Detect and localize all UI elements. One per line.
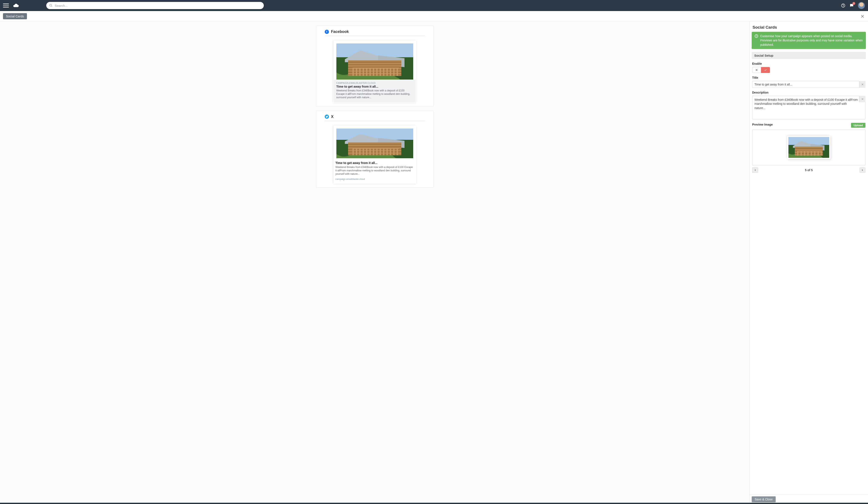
twitter-icon: [325, 115, 329, 119]
close-icon[interactable]: [860, 14, 865, 19]
facebook-header: f Facebook: [325, 30, 425, 36]
page-pill: Social Cards: [3, 13, 27, 19]
upload-button[interactable]: Upload: [851, 123, 866, 128]
x-header: X: [325, 115, 425, 121]
save-close-button[interactable]: Save & Close: [752, 496, 776, 502]
title-input[interactable]: [752, 81, 866, 88]
menu-icon[interactable]: [3, 2, 9, 9]
description-field: Description: [752, 91, 866, 120]
facebook-domain: CAMPAIGN.EMAILBLASTER.CLOUD: [337, 82, 413, 84]
x-label: X: [331, 115, 334, 119]
image-pager: 5 of 5: [752, 167, 866, 173]
notification-badge: 0: [852, 2, 855, 5]
facebook-caption: CAMPAIGN.EMAILBLASTER.CLOUD Time to get …: [334, 80, 416, 102]
pager-prev-button[interactable]: [752, 167, 758, 173]
x-description: Weekend Breaks from £340Book now with a …: [335, 166, 414, 176]
topbar-right: 0: [841, 2, 865, 9]
x-preview-card: X Time to get away from it all... Weeken…: [316, 111, 434, 188]
description-input[interactable]: [752, 96, 866, 119]
pager-next-button[interactable]: [859, 167, 866, 173]
facebook-label: Facebook: [331, 30, 349, 34]
x-image: [334, 126, 416, 158]
info-text: Customise how your campaign appears when…: [760, 34, 863, 47]
facebook-description: Weekend Breaks from £340Book now with a …: [337, 89, 413, 99]
help-icon[interactable]: [841, 3, 846, 8]
panel-heading: Social Cards: [753, 25, 865, 30]
main-layout: f Facebook CAMPAIGN.EMAILBLASTER.CLOUD T…: [0, 22, 868, 504]
cabin-image: [788, 137, 829, 158]
info-alert: i Customise how your campaign appears wh…: [752, 32, 866, 49]
x-domain: campaign.emailblaster.cloud: [335, 178, 414, 180]
search-wrap: [46, 2, 264, 9]
preview-thumbnail[interactable]: [787, 136, 830, 159]
enable-field: Enable: [752, 62, 866, 73]
x-title: Time to get away from it all...: [335, 161, 414, 165]
facebook-preview-card: f Facebook CAMPAIGN.EMAILBLASTER.CLOUD T…: [316, 25, 434, 107]
facebook-icon: f: [325, 30, 329, 34]
enable-on-button[interactable]: [761, 67, 770, 73]
preview-image-frame: [752, 129, 866, 165]
title-label: Title: [752, 76, 866, 79]
info-icon: i: [755, 34, 758, 38]
description-clear-button[interactable]: [859, 96, 866, 102]
settings-pane: Social Cards i Customise how your campai…: [750, 22, 868, 504]
facebook-image: [334, 41, 416, 80]
enable-toggle: [752, 67, 866, 73]
subheader: Social Cards: [0, 11, 868, 22]
cabin-image: [337, 43, 413, 80]
title-field: Title: [752, 76, 866, 88]
title-clear-button[interactable]: [859, 81, 866, 88]
x-caption: Time to get away from it all... Weekend …: [334, 158, 416, 183]
x-inner: Time to get away from it all... Weekend …: [333, 126, 416, 184]
enable-off-button[interactable]: [752, 67, 761, 73]
preview-image-label: Preview Image: [752, 123, 773, 126]
avatar[interactable]: [858, 2, 865, 9]
preview-pane: f Facebook CAMPAIGN.EMAILBLASTER.CLOUD T…: [0, 22, 750, 504]
search-input[interactable]: [55, 4, 262, 8]
app-topbar: 0: [0, 0, 868, 11]
search-input-container[interactable]: [46, 2, 264, 9]
bottom-edge: [0, 503, 868, 504]
description-label: Description: [752, 91, 866, 94]
facebook-title: Time to get away from it all...: [337, 85, 413, 88]
cloud-icon[interactable]: [13, 2, 19, 9]
enable-label: Enable: [752, 62, 866, 65]
section-social-setup: Social Setup: [752, 52, 866, 59]
chat-icon[interactable]: 0: [849, 3, 854, 8]
cabin-image: [337, 128, 413, 158]
pager-text: 5 of 5: [805, 168, 813, 172]
preview-image-field: Preview Image Upload 5 of 5: [752, 123, 866, 173]
search-icon: [49, 4, 53, 7]
facebook-inner: CAMPAIGN.EMAILBLASTER.CLOUD Time to get …: [333, 41, 416, 103]
